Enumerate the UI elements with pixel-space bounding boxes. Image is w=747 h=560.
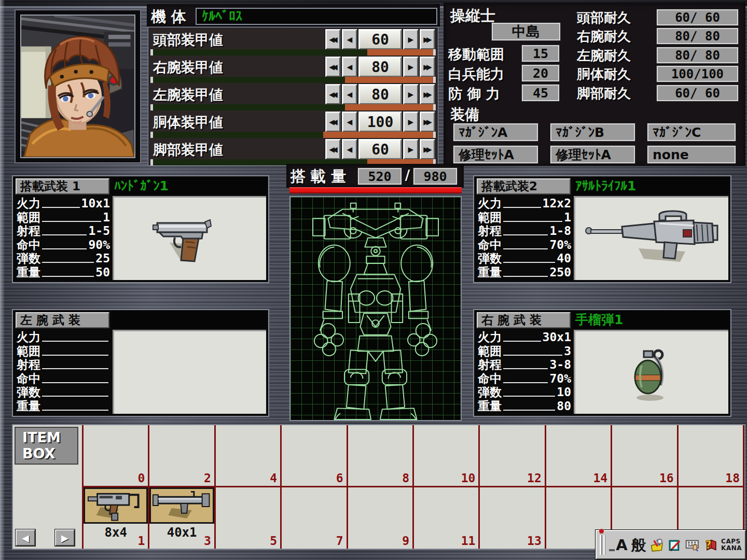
right-arm-weapon-panel: 右 腕 武 装 手榴弾1 火力30x1 範囲3 射程3-8 命中70% 弾数10… <box>473 309 731 417</box>
item-box-next-button[interactable]: ▶ <box>55 529 75 546</box>
ime-pad-icon[interactable] <box>650 537 664 553</box>
item-slot[interactable]: 14 <box>546 425 612 487</box>
item-slot[interactable]: 18 <box>679 425 744 487</box>
spin-up-button[interactable]: ▶ <box>403 29 419 50</box>
spin-fast-up-button[interactable]: ▶▶ <box>420 57 435 77</box>
ime-status-dot-icon <box>599 529 604 534</box>
spin-up-button[interactable]: ▶ <box>403 139 419 160</box>
spin-down-button[interactable]: ◀ <box>342 57 357 77</box>
stat-label: 重量 <box>478 267 502 278</box>
stat-label: 重量 <box>478 400 502 412</box>
ime-soft-keyboard-icon[interactable] <box>685 537 699 553</box>
stat-label: 射程 <box>17 359 40 371</box>
equipment-slot-1[interactable]: ﾏｶﾞｼﾞﾝA <box>453 123 538 141</box>
item-box-prev-button[interactable]: ◀ <box>16 529 35 546</box>
right-arm-weapon-name[interactable]: 手榴弾1 <box>573 311 729 328</box>
spin-up-button[interactable]: ▶ <box>403 111 419 132</box>
spin-fast-down-button[interactable]: ◀◀ <box>325 139 341 160</box>
armor-bar <box>150 132 436 138</box>
armor-row-right-arm: 右腕装甲値 ◀◀ ◀ 80 ▶ ▶▶ <box>148 56 438 77</box>
spin-down-button[interactable]: ◀ <box>342 84 357 105</box>
item-slot[interactable]: 10 <box>414 425 480 487</box>
armor-label: 胴体装甲値 <box>153 113 223 132</box>
stat-label: 重量 <box>17 267 40 278</box>
mounted-weapon-2-name[interactable]: ｱｻﾙﾄﾗｲﾌﾙ1 <box>573 177 729 194</box>
stat-label: 重量 <box>17 400 40 412</box>
spin-up-button[interactable]: ▶ <box>403 84 419 105</box>
spin-fast-up-button[interactable]: ▶▶ <box>420 84 435 105</box>
stat-line <box>42 355 108 356</box>
spin-fast-down-button[interactable]: ◀◀ <box>325 57 341 77</box>
spin-fast-up-button[interactable]: ▶▶ <box>420 139 435 160</box>
spin-fast-down-button[interactable]: ◀◀ <box>325 84 341 105</box>
mounted-weapon-1-name[interactable]: ﾊﾝﾄﾞｶﾞﾝ1 <box>112 177 267 194</box>
mech-wireframe <box>290 197 461 420</box>
mech-name-field[interactable]: ｹﾙﾍﾞﾛｽ <box>196 8 437 25</box>
item-slot[interactable]: 7 <box>282 487 348 549</box>
spin-fast-down-button[interactable]: ◀◀ <box>325 29 341 50</box>
item-slot[interactable]: 5 <box>216 487 282 549</box>
spin-up-button[interactable]: ▶ <box>403 57 419 77</box>
stat-line <box>503 341 541 342</box>
item-slot[interactable]: 12 <box>480 425 546 487</box>
ime-grip-handle[interactable] <box>600 535 605 555</box>
item-slot[interactable]: 16 <box>612 425 678 487</box>
armor-label: 頭部装甲値 <box>153 31 223 49</box>
item-slot[interactable]: 2 <box>149 425 215 487</box>
stat-value: 70% <box>549 239 571 251</box>
pilot-name-field[interactable]: 中島 <box>492 23 560 40</box>
armor-bar <box>150 49 436 55</box>
stat-value: 1-8 <box>549 225 571 237</box>
stat-label-melee: 白兵能力 <box>448 65 504 83</box>
item-tile-rocket-launcher[interactable] <box>149 487 214 524</box>
load-bar <box>289 187 462 193</box>
ime-caps-kana-indicator: CAPS KANA <box>721 538 742 552</box>
equipment-slot-2[interactable]: ﾏｶﾞｼﾞﾝB <box>550 123 635 141</box>
slot-number: 11 <box>461 534 476 548</box>
stat-value: 70% <box>549 373 571 385</box>
armor-row-left-arm: 左腕装甲値 ◀◀ ◀ 80 ▶ ▶▶ <box>148 83 438 104</box>
item-slot[interactable]: 11 <box>414 487 480 549</box>
load-current-value: 520 <box>358 168 402 185</box>
stat-line <box>503 410 555 411</box>
equipment-slot-3[interactable]: ﾏｶﾞｼﾞﾝC <box>647 123 736 141</box>
spin-down-button[interactable]: ◀ <box>342 29 357 50</box>
ime-conversion-mode-button[interactable]: 般 <box>631 537 646 553</box>
ime-help-icon[interactable]: ? <box>703 537 717 553</box>
left-arm-weapon-image <box>113 330 266 414</box>
item-tile-smg[interactable] <box>84 487 148 524</box>
item-slot[interactable]: 8x4 1 <box>84 487 149 549</box>
item-slot[interactable]: 6 <box>282 425 348 487</box>
ime-dictionary-icon[interactable] <box>668 537 682 553</box>
equipment-slot-5[interactable]: 修理ｾｯﾄA <box>550 146 635 163</box>
stat-value-move-range: 15 <box>522 45 559 62</box>
item-slot[interactable]: 8 <box>348 425 414 487</box>
armor-spinner: ◀◀ ◀ 80 ▶ ▶▶ <box>324 57 435 77</box>
ime-input-mode-button[interactable]: A <box>609 537 627 553</box>
spin-fast-down-button[interactable]: ◀◀ <box>325 111 341 132</box>
armor-row-body: 胴体装甲値 ◀◀ ◀ 100 ▶ ▶▶ <box>148 111 438 132</box>
item-slot[interactable]: 0 <box>84 425 149 487</box>
spin-fast-up-button[interactable]: ▶▶ <box>420 111 435 132</box>
equipment-slot-6[interactable]: none <box>647 146 736 163</box>
stat-label: 弾数 <box>17 253 40 264</box>
right-arm-weapon-stats: 火力30x1 範囲3 射程3-8 命中70% 弾数10 重量80 <box>478 330 571 412</box>
armor-value: 100 <box>358 111 402 132</box>
stat-value: 10x1 <box>81 198 110 209</box>
item-slot[interactable]: 40x1 3 <box>149 487 215 549</box>
spin-fast-up-button[interactable]: ▶▶ <box>420 29 435 50</box>
equipment-slot-4[interactable]: 修理ｾｯﾄA <box>453 146 538 163</box>
item-slot[interactable]: 4 <box>216 425 282 487</box>
armor-bar-fill <box>345 104 433 110</box>
armor-value: 80 <box>358 84 402 105</box>
left-arm-weapon-name[interactable] <box>112 311 267 328</box>
item-slot[interactable]: 9 <box>348 487 414 549</box>
durability-value-body: 100/100 <box>657 66 738 82</box>
spin-down-button[interactable]: ◀ <box>342 139 357 160</box>
left-arm-weapon-stats: 火力 範囲 射程 命中 弾数 重量 <box>17 330 110 412</box>
stat-line <box>42 234 87 235</box>
stat-label: 範囲 <box>17 212 40 223</box>
item-slot[interactable]: 13 <box>480 487 546 549</box>
pilot-portrait-frame <box>15 9 141 163</box>
spin-down-button[interactable]: ◀ <box>342 111 357 132</box>
